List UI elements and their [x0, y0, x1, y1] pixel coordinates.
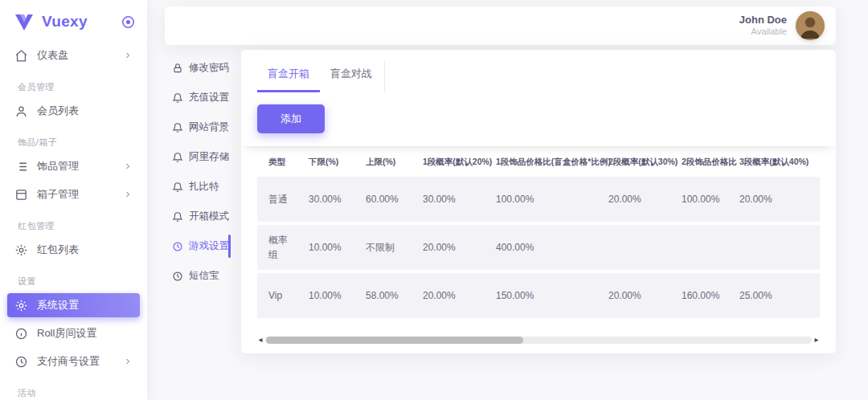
submenu-item-zhabite[interactable]: 扎比特: [172, 172, 228, 202]
add-button[interactable]: 添加: [257, 104, 325, 133]
submenu-item-game-settings[interactable]: 游戏设置: [172, 231, 228, 261]
submenu-item-label: 修改密码: [189, 61, 229, 75]
sidebar-item-member-list[interactable]: 会员列表: [7, 99, 140, 123]
submenu-item-label: 扎比特: [189, 180, 219, 194]
cell-type: 概率组: [257, 225, 297, 270]
user-name: John Doe: [739, 14, 787, 27]
avatar[interactable]: [796, 11, 825, 40]
sidebar-nav: 仪表盘 会员管理 会员列表 饰品/箱子 饰品管理 箱子管理 红包管理 红包列表 …: [0, 43, 147, 399]
col-header-stage2-prob: 2段概率(默认30%): [597, 149, 670, 173]
col-header-upper-limit: 上限(%): [354, 149, 411, 173]
gear-icon: [14, 299, 28, 312]
bell-icon: [172, 122, 183, 133]
col-header-stage1-prob: 1段概率(默认20%): [411, 149, 485, 173]
top-header: John Doe Available: [165, 6, 836, 45]
chevron-right-icon: [123, 161, 133, 171]
sidebar-item-label: 会员列表: [37, 104, 79, 118]
submenu-item-ali-storage[interactable]: 阿里存储: [172, 142, 228, 172]
col-header-type: 类型: [257, 149, 297, 173]
submenu-item-unbox-mode[interactable]: 开箱模式: [172, 202, 228, 231]
cell-s2-ratio: [670, 225, 728, 270]
box-icon: [14, 188, 28, 202]
sidebar-item-redpacket-list[interactable]: 红包列表: [7, 238, 140, 262]
sidebar-item-label: 系统设置: [37, 298, 79, 312]
cell-s2-ratio: 100.00%: [670, 177, 728, 222]
sidebar-item-system-settings[interactable]: 系统设置: [7, 293, 140, 317]
chevron-right-icon: [123, 51, 133, 60]
horizontal-scrollbar: ◂ ▸: [256, 334, 821, 345]
cell-s3-prob: 20.00%: [728, 177, 820, 222]
scrollbar-track[interactable]: [265, 337, 812, 344]
table-row[interactable]: 概率组 10.00% 不限制 20.00% 400.00%: [257, 225, 820, 270]
chevron-right-icon: [123, 357, 133, 366]
cell-s1-ratio: 100.00%: [485, 177, 597, 222]
gear-icon: [14, 243, 28, 257]
sidebar-section-members: 会员管理: [18, 81, 147, 93]
cell-upper: 60.00%: [354, 177, 411, 222]
cell-upper: 不限制: [354, 225, 411, 270]
sidebar-item-label: 支付商号设置: [37, 354, 100, 369]
table-row[interactable]: Vip 10.00% 58.00% 20.00% 150.00% 20.00% …: [257, 273, 820, 318]
submenu-item-label: 游戏设置: [189, 239, 229, 253]
cell-lower: 10.00%: [297, 273, 354, 318]
submenu-item-label: 充值设置: [189, 91, 229, 104]
lock-icon: [172, 63, 183, 74]
submenu-item-sms-bao[interactable]: 短信宝: [172, 261, 228, 291]
scrollbar-thumb[interactable]: [266, 337, 523, 344]
user-meta: John Doe Available: [739, 14, 787, 38]
cell-lower: 30.00%: [297, 177, 354, 222]
sidebar-item-dashboard[interactable]: 仪表盘: [7, 43, 140, 67]
submenu-item-label: 开箱模式: [189, 210, 229, 223]
table-header-row: 类型 下限(%) 上限(%) 1段概率(默认20%) 1段饰品价格比(盲盒价格*…: [257, 149, 820, 173]
scroll-right-arrow-icon[interactable]: ▸: [812, 334, 821, 345]
cell-type: Vip: [257, 273, 297, 318]
col-header-lower-limit: 下限(%): [297, 149, 354, 173]
info-icon: [14, 327, 28, 341]
tab-blindbox-battle[interactable]: 盲盒对战: [320, 59, 383, 92]
sidebar-item-label: 箱子管理: [37, 187, 79, 202]
cell-s1-prob: 20.00%: [411, 273, 485, 318]
bell-icon: [172, 182, 183, 193]
bell-icon: [172, 211, 183, 222]
game-settings-panel: 盲盒开箱 盲盒对战 添加 类型 下限(%) 上限(%) 1段概率(默认20%) …: [241, 50, 836, 353]
cell-s3-prob: [728, 225, 820, 270]
sidebar-section-settings: 设置: [18, 276, 147, 288]
tabbar: 盲盒开箱 盲盒对战: [241, 50, 836, 92]
vuexy-logo-icon: [14, 14, 34, 31]
submenu-item-recharge-settings[interactable]: 充值设置: [172, 83, 228, 112]
cell-s2-prob: 20.00%: [597, 273, 670, 318]
sidebar-pin-toggle-icon[interactable]: [121, 14, 136, 30]
scroll-left-arrow-icon[interactable]: ◂: [256, 334, 265, 345]
home-icon: [14, 49, 28, 63]
sidebar-item-label: 红包列表: [37, 243, 79, 257]
submenu-item-site-background[interactable]: 网站背景: [172, 112, 228, 142]
sidebar-item-roll-room-settings[interactable]: Roll房间设置: [7, 321, 140, 345]
submenu-item-label: 短信宝: [189, 269, 219, 283]
cell-s1-prob: 20.00%: [411, 225, 485, 270]
probability-table: 类型 下限(%) 上限(%) 1段概率(默认20%) 1段饰品价格比(盲盒价格*…: [257, 146, 820, 321]
settings-submenu: 修改密码 充值设置 网站背景 阿里存储 扎比特 开箱模式 游戏设置 短信宝: [172, 53, 228, 291]
sidebar-item-box-mgmt[interactable]: 箱子管理: [7, 182, 140, 206]
col-header-stage1-price-ratio: 1段饰品价格比(盲盒价格*比例): [485, 149, 597, 173]
brand-header: Vuexy: [0, 0, 147, 35]
clock-icon: [14, 355, 28, 369]
table-container: 类型 下限(%) 上限(%) 1段概率(默认20%) 1段饰品价格比(盲盒价格*…: [257, 146, 820, 333]
user-status: Available: [739, 27, 787, 38]
sidebar-section-items-boxes: 饰品/箱子: [18, 137, 147, 149]
clock-icon: [172, 241, 183, 252]
cell-s1-prob: 30.00%: [411, 177, 485, 222]
submenu-item-change-password[interactable]: 修改密码: [172, 53, 228, 83]
table-row[interactable]: 普通 30.00% 60.00% 30.00% 100.00% 20.00% 1…: [257, 177, 820, 222]
tab-blindbox-open[interactable]: 盲盒开箱: [257, 59, 320, 92]
cell-s2-ratio: 160.00%: [670, 273, 728, 318]
sidebar-item-payment-merchant-settings[interactable]: 支付商号设置: [7, 349, 140, 373]
bell-icon: [172, 92, 183, 104]
sidebar-item-accessory-mgmt[interactable]: 饰品管理: [7, 154, 140, 178]
clock-icon: [172, 271, 183, 282]
cell-s2-prob: 20.00%: [597, 177, 670, 222]
brand-name: Vuexy: [42, 13, 88, 31]
cell-s1-ratio: 150.00%: [485, 273, 597, 318]
cell-lower: 10.00%: [297, 225, 354, 270]
cell-s1-ratio: 400.00%: [485, 225, 597, 270]
main-sidebar: Vuexy 仪表盘 会员管理 会员列表 饰品/箱子 饰品管理 箱子管理 红包管理: [0, 0, 147, 400]
